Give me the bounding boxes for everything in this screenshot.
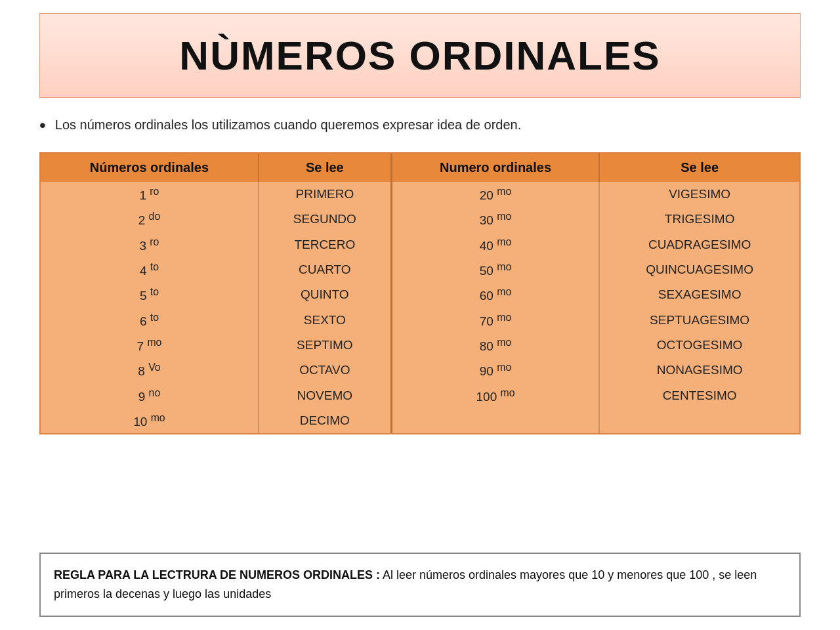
right-word-cell	[599, 408, 799, 433]
right-word-cell: SEXAGESIMO	[599, 282, 799, 307]
right-word-cell: QUINCUAGESIMO	[599, 257, 799, 282]
col-header-se-lee-2: Se lee	[599, 154, 799, 182]
table-header-row: Números ordinales Se lee Numero ordinale…	[41, 154, 799, 182]
left-word-cell: NOVEMO	[259, 383, 391, 408]
left-word-cell: DECIMO	[259, 408, 391, 433]
table-row: 4 toCUARTO50 moQUINCUAGESIMO	[41, 257, 799, 282]
right-word-cell: OCTOGESIMO	[599, 333, 799, 358]
left-num-cell: 4 to	[41, 257, 259, 282]
left-num-cell: 8 Vo	[41, 358, 259, 383]
ordinales-table: Números ordinales Se lee Numero ordinale…	[41, 154, 799, 433]
left-word-cell: QUINTO	[259, 282, 391, 307]
col-header-numeros-2: Numero ordinales	[391, 154, 599, 182]
table-row: 2 doSEGUNDO30 moTRIGESIMO	[41, 207, 799, 232]
left-word-cell: SEXTO	[259, 308, 391, 333]
left-num-cell: 2 do	[41, 207, 259, 232]
right-num-cell: 50 mo	[391, 257, 599, 282]
right-word-cell: TRIGESIMO	[599, 207, 799, 232]
right-word-cell: NONAGESIMO	[599, 358, 799, 383]
right-num-cell: 60 mo	[391, 282, 599, 307]
table-row: 10 moDECIMO	[41, 408, 799, 433]
right-word-cell: CENTESIMO	[599, 383, 799, 408]
left-num-cell: 3 ro	[41, 232, 259, 257]
bullet-point: • Los números ordinales los utilizamos c…	[39, 117, 801, 136]
table-row: 3 roTERCERO40 moCUADRAGESIMO	[41, 232, 799, 257]
left-word-cell: PRIMERO	[259, 182, 391, 207]
right-num-cell: 80 mo	[391, 333, 599, 358]
title-box: NÙMEROS ORDINALES	[39, 13, 801, 98]
left-num-cell: 5 to	[41, 282, 259, 307]
left-word-cell: OCTAVO	[259, 358, 391, 383]
right-num-cell: 40 mo	[391, 232, 599, 257]
left-num-cell: 10 mo	[41, 408, 259, 433]
col-header-se-lee-1: Se lee	[259, 154, 391, 182]
rule-box: REGLA PARA LA LECTRURA DE NUMEROS ORDINA…	[39, 553, 801, 617]
right-word-cell: VIGESIMO	[599, 182, 799, 207]
left-num-cell: 7 mo	[41, 333, 259, 358]
right-num-cell: 30 mo	[391, 207, 599, 232]
left-word-cell: SEPTIMO	[259, 333, 391, 358]
left-word-cell: CUARTO	[259, 257, 391, 282]
table-row: 5 toQUINTO60 moSEXAGESIMO	[41, 282, 799, 307]
bullet-icon: •	[39, 115, 46, 136]
page-title: NÙMEROS ORDINALES	[179, 33, 660, 78]
rule-bold-text: REGLA PARA LA LECTRURA DE NUMEROS ORDINA…	[54, 568, 380, 581]
left-num-cell: 1 ro	[41, 182, 259, 207]
table-row: 7 moSEPTIMO80 moOCTOGESIMO	[41, 333, 799, 358]
right-num-cell: 20 mo	[391, 182, 599, 207]
left-num-cell: 6 to	[41, 308, 259, 333]
right-num-cell: 70 mo	[391, 308, 599, 333]
col-header-numeros-1: Números ordinales	[41, 154, 259, 182]
left-num-cell: 9 no	[41, 383, 259, 408]
bullet-text: Los números ordinales los utilizamos cua…	[55, 117, 521, 133]
right-num-cell: 90 mo	[391, 358, 599, 383]
table-row: 8 VoOCTAVO90 moNONAGESIMO	[41, 358, 799, 383]
table-row: 6 toSEXTO70 moSEPTUAGESIMO	[41, 308, 799, 333]
right-num-cell	[391, 408, 599, 433]
right-word-cell: SEPTUAGESIMO	[599, 308, 799, 333]
right-num-cell: 100 mo	[391, 383, 599, 408]
left-word-cell: SEGUNDO	[259, 207, 391, 232]
table-row: 9 noNOVEMO100 moCENTESIMO	[41, 383, 799, 408]
left-word-cell: TERCERO	[259, 232, 391, 257]
table-row: 1 roPRIMERO20 moVIGESIMO	[41, 182, 799, 207]
right-word-cell: CUADRAGESIMO	[599, 232, 799, 257]
main-table-wrapper: Números ordinales Se lee Numero ordinale…	[39, 152, 801, 434]
